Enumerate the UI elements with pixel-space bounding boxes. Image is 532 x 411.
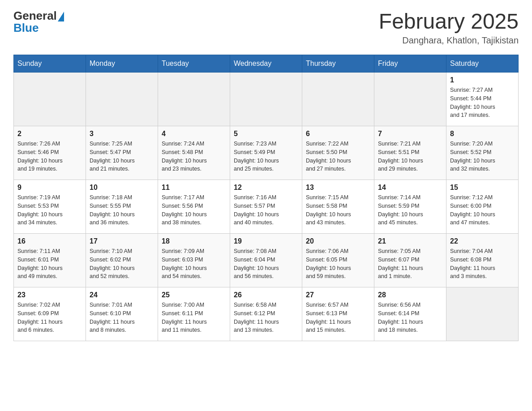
day-header-wednesday: Wednesday <box>230 55 302 73</box>
calendar-cell <box>446 287 519 341</box>
day-number: 5 <box>234 130 298 138</box>
day-info: Sunrise: 7:19 AMSunset: 5:53 PMDaylight:… <box>17 193 82 227</box>
calendar-cell: 25Sunrise: 7:00 AMSunset: 6:11 PMDayligh… <box>158 287 230 341</box>
day-info: Sunrise: 7:06 AMSunset: 6:05 PMDaylight:… <box>306 247 370 281</box>
day-info: Sunrise: 6:58 AMSunset: 6:12 PMDaylight:… <box>234 301 298 334</box>
day-number: 6 <box>306 130 370 138</box>
day-header-friday: Friday <box>374 55 446 73</box>
day-info: Sunrise: 7:24 AMSunset: 5:48 PMDaylight:… <box>162 140 226 173</box>
calendar-cell <box>302 73 374 126</box>
day-info: Sunrise: 7:04 AMSunset: 6:08 PMDaylight:… <box>450 247 515 281</box>
week-row-2: 2Sunrise: 7:26 AMSunset: 5:46 PMDaylight… <box>14 126 519 180</box>
calendar-cell: 14Sunrise: 7:14 AMSunset: 5:59 PMDayligh… <box>374 180 446 234</box>
day-number: 3 <box>90 130 154 138</box>
logo: General Blue <box>13 9 64 35</box>
calendar-cell <box>14 73 86 126</box>
day-number: 18 <box>162 237 226 245</box>
day-number: 16 <box>17 237 82 245</box>
day-number: 8 <box>450 130 515 138</box>
day-number: 2 <box>17 130 82 138</box>
calendar-table: SundayMondayTuesdayWednesdayThursdayFrid… <box>13 55 519 341</box>
calendar-cell: 28Sunrise: 6:56 AMSunset: 6:14 PMDayligh… <box>374 287 446 341</box>
calendar-cell <box>86 73 158 126</box>
day-info: Sunrise: 7:08 AMSunset: 6:04 PMDaylight:… <box>234 247 298 281</box>
calendar-cell: 16Sunrise: 7:11 AMSunset: 6:01 PMDayligh… <box>14 234 86 287</box>
day-number: 20 <box>306 237 370 245</box>
calendar-cell: 2Sunrise: 7:26 AMSunset: 5:46 PMDaylight… <box>14 126 86 180</box>
calendar-cell <box>230 73 302 126</box>
week-row-3: 9Sunrise: 7:19 AMSunset: 5:53 PMDaylight… <box>14 180 519 234</box>
day-number: 23 <box>17 291 82 299</box>
calendar-cell: 11Sunrise: 7:17 AMSunset: 5:56 PMDayligh… <box>158 180 230 234</box>
week-row-5: 23Sunrise: 7:02 AMSunset: 6:09 PMDayligh… <box>14 287 519 341</box>
day-header-row: SundayMondayTuesdayWednesdayThursdayFrid… <box>14 55 519 73</box>
day-info: Sunrise: 7:12 AMSunset: 6:00 PMDaylight:… <box>450 193 515 227</box>
week-row-4: 16Sunrise: 7:11 AMSunset: 6:01 PMDayligh… <box>14 234 519 287</box>
day-number: 12 <box>234 184 298 192</box>
day-info: Sunrise: 7:27 AMSunset: 5:44 PMDaylight:… <box>450 86 515 120</box>
day-header-monday: Monday <box>86 55 158 73</box>
day-number: 14 <box>378 184 442 192</box>
day-number: 25 <box>162 291 226 299</box>
calendar-cell: 27Sunrise: 6:57 AMSunset: 6:13 PMDayligh… <box>302 287 374 341</box>
calendar-cell: 21Sunrise: 7:05 AMSunset: 6:07 PMDayligh… <box>374 234 446 287</box>
day-number: 27 <box>306 291 370 299</box>
day-number: 1 <box>450 76 515 84</box>
day-number: 9 <box>17 184 82 192</box>
calendar-cell: 4Sunrise: 7:24 AMSunset: 5:48 PMDaylight… <box>158 126 230 180</box>
day-info: Sunrise: 7:20 AMSunset: 5:52 PMDaylight:… <box>450 140 515 173</box>
day-number: 13 <box>306 184 370 192</box>
day-info: Sunrise: 6:56 AMSunset: 6:14 PMDaylight:… <box>378 301 442 334</box>
day-header-thursday: Thursday <box>302 55 374 73</box>
calendar-cell: 12Sunrise: 7:16 AMSunset: 5:57 PMDayligh… <box>230 180 302 234</box>
day-header-saturday: Saturday <box>446 55 519 73</box>
location-title: Danghara, Khatlon, Tajikistan <box>379 35 519 46</box>
calendar-cell: 22Sunrise: 7:04 AMSunset: 6:08 PMDayligh… <box>446 234 519 287</box>
day-info: Sunrise: 7:16 AMSunset: 5:57 PMDaylight:… <box>234 193 298 227</box>
logo-triangle-icon <box>58 12 64 21</box>
calendar-cell: 17Sunrise: 7:10 AMSunset: 6:02 PMDayligh… <box>86 234 158 287</box>
day-header-sunday: Sunday <box>14 55 86 73</box>
calendar-cell: 18Sunrise: 7:09 AMSunset: 6:03 PMDayligh… <box>158 234 230 287</box>
day-number: 26 <box>234 291 298 299</box>
calendar-cell: 7Sunrise: 7:21 AMSunset: 5:51 PMDaylight… <box>374 126 446 180</box>
day-number: 4 <box>162 130 226 138</box>
day-number: 17 <box>90 237 154 245</box>
day-info: Sunrise: 7:10 AMSunset: 6:02 PMDaylight:… <box>90 247 154 281</box>
day-info: Sunrise: 7:14 AMSunset: 5:59 PMDaylight:… <box>378 193 442 227</box>
calendar-cell: 5Sunrise: 7:23 AMSunset: 5:49 PMDaylight… <box>230 126 302 180</box>
day-info: Sunrise: 7:02 AMSunset: 6:09 PMDaylight:… <box>17 301 82 334</box>
day-info: Sunrise: 7:00 AMSunset: 6:11 PMDaylight:… <box>162 301 226 334</box>
day-info: Sunrise: 6:57 AMSunset: 6:13 PMDaylight:… <box>306 301 370 334</box>
calendar-cell: 24Sunrise: 7:01 AMSunset: 6:10 PMDayligh… <box>86 287 158 341</box>
title-area: February 2025 Danghara, Khatlon, Tajikis… <box>379 9 519 46</box>
calendar-cell: 8Sunrise: 7:20 AMSunset: 5:52 PMDaylight… <box>446 126 519 180</box>
day-info: Sunrise: 7:09 AMSunset: 6:03 PMDaylight:… <box>162 247 226 281</box>
day-info: Sunrise: 7:21 AMSunset: 5:51 PMDaylight:… <box>378 140 442 173</box>
day-number: 28 <box>378 291 442 299</box>
day-number: 7 <box>378 130 442 138</box>
calendar-cell: 10Sunrise: 7:18 AMSunset: 5:55 PMDayligh… <box>86 180 158 234</box>
month-title: February 2025 <box>379 9 519 34</box>
day-number: 21 <box>378 237 442 245</box>
day-info: Sunrise: 7:25 AMSunset: 5:47 PMDaylight:… <box>90 140 154 173</box>
day-info: Sunrise: 7:26 AMSunset: 5:46 PMDaylight:… <box>17 140 82 173</box>
calendar-cell <box>374 73 446 126</box>
calendar-cell: 26Sunrise: 6:58 AMSunset: 6:12 PMDayligh… <box>230 287 302 341</box>
day-number: 22 <box>450 237 515 245</box>
calendar-cell: 1Sunrise: 7:27 AMSunset: 5:44 PMDaylight… <box>446 73 519 126</box>
day-number: 15 <box>450 184 515 192</box>
calendar-cell: 20Sunrise: 7:06 AMSunset: 6:05 PMDayligh… <box>302 234 374 287</box>
day-info: Sunrise: 7:22 AMSunset: 5:50 PMDaylight:… <box>306 140 370 173</box>
day-info: Sunrise: 7:23 AMSunset: 5:49 PMDaylight:… <box>234 140 298 173</box>
calendar-cell: 15Sunrise: 7:12 AMSunset: 6:00 PMDayligh… <box>446 180 519 234</box>
day-info: Sunrise: 7:05 AMSunset: 6:07 PMDaylight:… <box>378 247 442 281</box>
calendar-cell: 6Sunrise: 7:22 AMSunset: 5:50 PMDaylight… <box>302 126 374 180</box>
calendar-cell: 3Sunrise: 7:25 AMSunset: 5:47 PMDaylight… <box>86 126 158 180</box>
day-number: 19 <box>234 237 298 245</box>
calendar-body: 1Sunrise: 7:27 AMSunset: 5:44 PMDaylight… <box>14 73 519 341</box>
calendar-cell: 19Sunrise: 7:08 AMSunset: 6:04 PMDayligh… <box>230 234 302 287</box>
calendar-cell: 9Sunrise: 7:19 AMSunset: 5:53 PMDaylight… <box>14 180 86 234</box>
day-info: Sunrise: 7:01 AMSunset: 6:10 PMDaylight:… <box>90 301 154 334</box>
calendar-cell <box>158 73 230 126</box>
